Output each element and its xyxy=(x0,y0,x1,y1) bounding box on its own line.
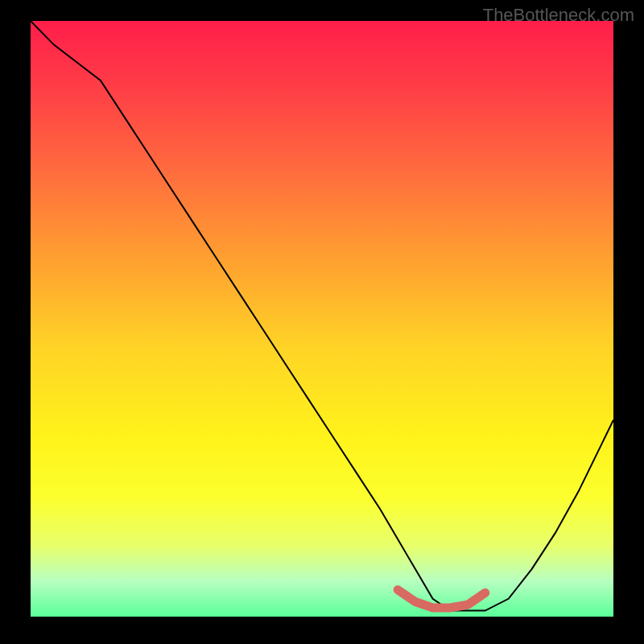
watermark-text: TheBottleneck.com xyxy=(483,5,634,26)
chart-svg xyxy=(31,21,613,617)
chart-curve xyxy=(31,21,613,611)
chart-plot-area xyxy=(31,21,613,617)
chart-highlight-segment xyxy=(398,590,485,608)
